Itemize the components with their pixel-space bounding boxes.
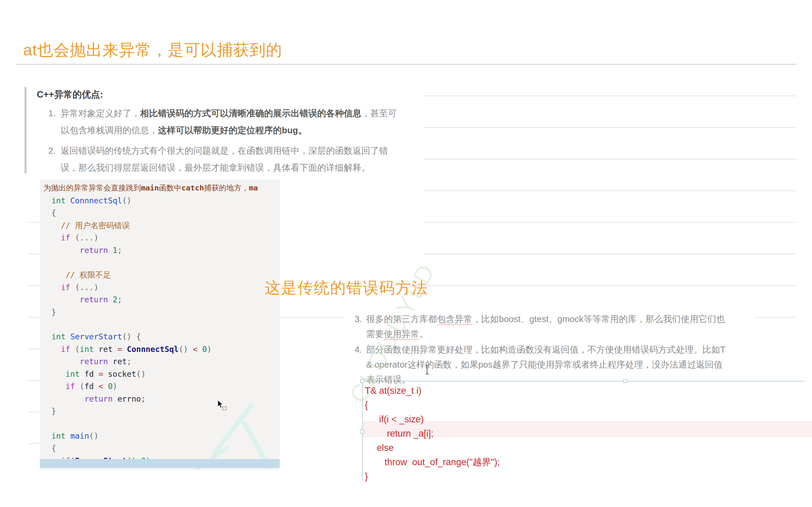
code-token: return [51, 246, 108, 255]
code-token: int [51, 332, 66, 341]
ruled-line [424, 190, 796, 191]
code-token [108, 246, 113, 255]
ruled-line [28, 443, 39, 444]
code-line: return ret; [51, 355, 212, 368]
red-code-line: if(i < _size) [365, 412, 500, 426]
ruled-line [424, 222, 796, 223]
code-token: ma [249, 184, 258, 192]
code-line: if (...) [51, 232, 212, 244]
red-code-line: return _a[i]; [365, 426, 500, 441]
code-line: return 2; [51, 293, 212, 306]
code-line: int main() [51, 430, 212, 442]
ruled-line [28, 317, 39, 318]
text-segment: 相比错误码的方式可以清晰准确的展示出错误的各种信息 [140, 108, 361, 118]
code-token: ServerStart [70, 332, 122, 341]
code-token: if [51, 233, 70, 242]
code-screenshot: 为抛出的异常异常会直接跳到main函数中catch捕获的地方，ma int Co… [40, 180, 280, 470]
code-token: if [51, 382, 75, 391]
code-token: ; [127, 357, 132, 366]
code-token: ( [70, 345, 80, 354]
code-token [113, 394, 117, 403]
blockquote-bar [25, 87, 27, 173]
note-page: at也会抛出来异常，是可以捕获到的 C++异常的优点: 1.异常对象定义好了，相… [0, 0, 812, 507]
code-line: if (fd < 0) [51, 380, 212, 392]
code-token: 函数中 [159, 184, 181, 192]
red-ink-code[interactable]: T& at(size_t i){if(i < _size)return _a[i… [365, 384, 500, 484]
red-code-line: throw out_of_range("越界"); [365, 455, 500, 469]
code-token: { [51, 208, 56, 217]
code-token: 1 [113, 246, 117, 255]
selection-border-top[interactable] [362, 381, 804, 382]
code-token [108, 357, 113, 366]
list-item-number: 2. [48, 142, 61, 176]
code-token: // 用户名密码错误 [51, 221, 130, 230]
ruled-line [28, 380, 39, 381]
code-line: { [51, 207, 212, 219]
list-item: 1.异常对象定义好了，相比错误码的方式可以清晰准确的展示出错误的各种信息，甚至可… [48, 105, 398, 139]
code-line: { [51, 442, 212, 454]
ruled-line [280, 317, 343, 318]
code-line: return errno; [51, 393, 212, 405]
code-token: main [141, 184, 159, 192]
ruled-line [424, 96, 796, 96]
code-token: if [51, 345, 70, 354]
code-token [103, 370, 108, 378]
code-token: ret [113, 357, 127, 366]
code-scrollbar[interactable] [40, 459, 280, 468]
code-line: } [51, 405, 212, 417]
ruled-line [424, 127, 796, 128]
red-code-line: { [365, 398, 500, 412]
code-token [94, 345, 99, 354]
code-token [80, 370, 84, 378]
list-item-text: 很多的第三方库都包含异常，比如boost、gtest、gmock等等常用的库，那… [366, 311, 726, 341]
code-lines: int ConnnectSql(){ // 用户名密码错误 if (...) r… [51, 195, 212, 467]
code-token: main [70, 432, 89, 440]
code-token [94, 370, 99, 378]
code-token: return [51, 394, 113, 403]
code-token: ; [117, 295, 122, 304]
ruled-line [28, 412, 39, 412]
code-token: ) [207, 345, 212, 354]
code-token: ret [99, 345, 113, 354]
code-token: // 权限不足 [51, 270, 111, 279]
note-heading: C++异常的优点: [37, 88, 103, 101]
code-token [94, 382, 99, 391]
code-token [66, 332, 70, 341]
selection-handle[interactable] [360, 430, 364, 434]
code-token [103, 382, 108, 391]
code-token: return [51, 295, 108, 304]
selection-handle[interactable] [360, 379, 364, 383]
code-token: () [136, 370, 146, 378]
code-line: int ServerStart() { [51, 331, 212, 343]
code-token [197, 345, 202, 354]
text-segment: 部分函数使用异常更好处理，比如构造函数没有返回值，不方便使用错误码方式处理。比如… [366, 344, 726, 385]
code-token: ) [113, 382, 117, 391]
code-token [122, 345, 127, 354]
code-token [51, 370, 66, 378]
code-line: int fd = socket() [51, 368, 212, 380]
ibeam-cursor-icon [424, 365, 430, 375]
code-line: // 用户名密码错误 [51, 219, 212, 232]
code-line: 为抛出的异常异常会直接跳到main函数中catch捕获的地方，ma [44, 183, 258, 193]
ink-annotation: 这是传统的错误码方法 [265, 277, 428, 299]
ruled-line [754, 317, 796, 318]
list-item: 2.返回错误码的传统方式有个很大的问题就是，在函数调用链中，深层的函数返回了错误… [48, 142, 398, 176]
code-line [51, 417, 212, 429]
text-segment: 。 [419, 329, 428, 339]
code-token: () [122, 196, 132, 205]
code-token: fd [84, 382, 94, 391]
code-line: if (int ret = ConnnectSql() < 0) [51, 343, 212, 355]
code-token: () { [122, 332, 141, 341]
code-token: = [99, 370, 103, 378]
title-underline [16, 64, 796, 65]
text-segment: 异常对象定义好了， [61, 108, 140, 118]
ruled-line [28, 349, 39, 349]
text-segment: 返回错误码的传统方式有个很大的问题就是，在函数调用链中，深层的函数返回了错误，那… [61, 146, 388, 173]
selection-handle[interactable] [623, 379, 627, 383]
code-token: 捕获的地方， [204, 184, 249, 192]
code-token: 0 [108, 382, 113, 391]
code-token: ConnnectSql [70, 196, 122, 205]
page-title: at也会抛出来异常，是可以捕获到的 [23, 39, 282, 61]
code-token: } [51, 407, 56, 416]
code-token: ( [75, 382, 84, 391]
